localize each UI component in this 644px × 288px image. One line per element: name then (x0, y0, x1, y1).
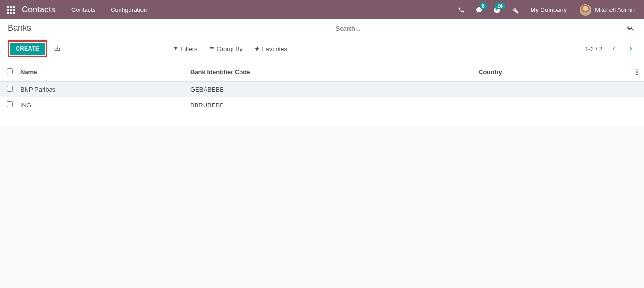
nav-menu-configuration[interactable]: Configuration (104, 0, 154, 19)
cell-bic: BBRUBEBB (187, 97, 475, 113)
nav-menu: Contacts Configuration (65, 0, 154, 19)
header-country[interactable]: Country (475, 62, 630, 82)
star-icon (254, 46, 260, 52)
list-icon (209, 46, 215, 51)
phone-icon (458, 7, 464, 13)
filters-label: Filters (180, 45, 197, 52)
wrench-icon (511, 6, 519, 14)
pager: 1-2 / 2 (585, 43, 636, 54)
banks-table: Name Bank Identifier Code Country BNP Pa… (0, 62, 644, 113)
messages-badge: 6 (480, 3, 487, 9)
search-input[interactable] (334, 22, 625, 35)
pager-next[interactable] (625, 43, 636, 54)
cell-country (475, 82, 630, 97)
search-button[interactable] (625, 22, 636, 35)
cell-name: ING (17, 97, 187, 113)
cell-bic: GEBABEBB (187, 82, 475, 97)
search-icon (627, 24, 635, 32)
list-view: Name Bank Identifier Code Country BNP Pa… (0, 62, 644, 113)
user-name: Mitchell Admin (595, 6, 635, 13)
table-row[interactable]: BNP Paribas GEBABEBB (0, 82, 644, 97)
row-checkbox[interactable] (7, 101, 13, 107)
chevron-right-icon (628, 46, 634, 52)
export-button[interactable] (50, 42, 64, 56)
header-name[interactable]: Name (17, 62, 187, 82)
row-checkbox[interactable] (7, 86, 13, 92)
download-icon (54, 45, 60, 52)
favorites-label: Favorites (262, 45, 287, 52)
phone-button[interactable] (453, 0, 469, 19)
user-menu[interactable]: Mitchell Admin (574, 4, 640, 16)
nav-menu-contacts[interactable]: Contacts (65, 0, 102, 19)
activities-button[interactable]: 24 (489, 0, 505, 19)
cell-country (475, 97, 630, 113)
cell-name: BNP Paribas (17, 82, 187, 97)
funnel-icon (173, 46, 178, 51)
search-bar (334, 22, 636, 35)
apps-grid-icon (7, 6, 15, 14)
app-brand[interactable]: Contacts (22, 5, 55, 15)
header-bic[interactable]: Bank Identifier Code (187, 62, 475, 82)
kebab-icon (634, 69, 640, 75)
pager-text: 1-2 / 2 (585, 45, 602, 52)
avatar (580, 4, 591, 16)
optional-columns[interactable] (630, 62, 644, 82)
debug-button[interactable] (507, 0, 523, 19)
chevron-left-icon (611, 46, 617, 52)
favorites-dropdown[interactable]: Favorites (249, 44, 292, 54)
filters-dropdown[interactable]: Filters (169, 44, 202, 54)
select-all-checkbox[interactable] (7, 68, 13, 74)
groupby-label: Group By (217, 45, 243, 52)
top-navbar: Contacts Contacts Configuration 6 24 My … (0, 0, 644, 19)
apps-menu-button[interactable] (4, 3, 18, 17)
table-header-row: Name Bank Identifier Code Country (0, 62, 644, 82)
table-row[interactable]: ING BBRUBEBB (0, 97, 644, 113)
breadcrumb: Banks (8, 23, 31, 33)
groupby-dropdown[interactable]: Group By (204, 44, 248, 54)
create-button[interactable]: CREATE (10, 43, 45, 55)
create-highlight: CREATE (8, 40, 47, 57)
messages-button[interactable]: 6 (471, 0, 487, 19)
company-switcher[interactable]: My Company (525, 6, 573, 13)
pager-prev[interactable] (608, 43, 619, 54)
nav-right: 6 24 My Company Mitchell Admin (453, 0, 640, 19)
activities-badge: 24 (495, 3, 505, 9)
control-panel: Banks CREATE Filters Group By (0, 19, 644, 62)
